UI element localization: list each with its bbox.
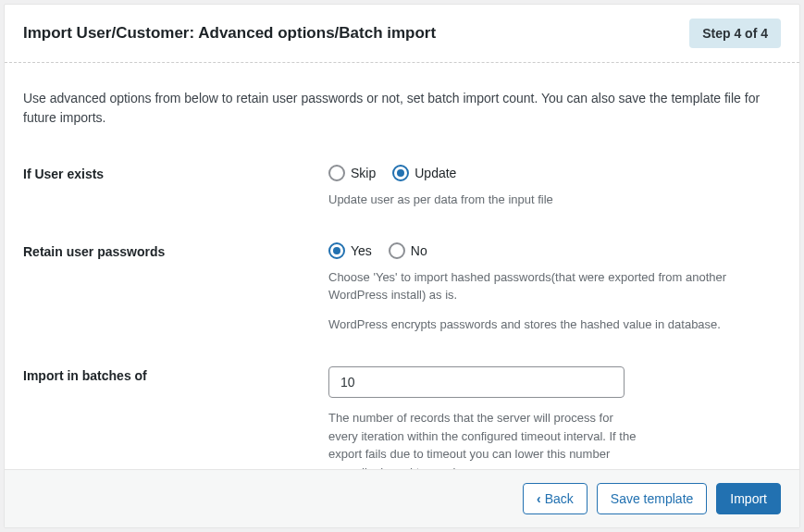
radio-skip-label: Skip [351,166,376,180]
back-button-label: Back [545,491,574,506]
radio-icon [389,242,405,259]
page-title: Import User/Customer: Advanced options/B… [23,24,436,43]
radio-update-label: Update [414,166,456,180]
import-button[interactable]: Import [716,483,781,514]
radio-yes[interactable]: Yes [328,242,372,259]
wizard-content: Use advanced options from below to retai… [5,63,799,469]
import-wizard-card: Import User/Customer: Advanced options/B… [4,4,800,528]
radio-icon [328,165,345,181]
retain-passwords-label: Retain user passwords [23,242,328,259]
if-user-exists-radios: Skip Update [328,165,781,181]
field-batch: Import in batches of The number of recor… [23,366,781,469]
import-button-label: Import [730,491,767,506]
save-template-label: Save template [611,491,694,506]
step-badge: Step 4 of 4 [689,19,781,48]
batch-input[interactable] [328,366,625,398]
radio-yes-label: Yes [351,243,372,258]
save-template-button[interactable]: Save template [597,483,708,514]
radio-update[interactable]: Update [392,165,456,181]
retain-passwords-help2: WordPress encrypts passwords and stores … [328,315,781,334]
radio-skip[interactable]: Skip [328,165,376,181]
batch-help: The number of records that the server wi… [328,409,643,469]
radio-no-label: No [411,243,427,258]
retain-passwords-help1: Choose 'Yes' to import hashed passwords(… [328,268,781,304]
back-button[interactable]: ‹ Back [523,483,588,514]
radio-icon [328,242,345,259]
chevron-left-icon: ‹ [537,491,541,506]
intro-text: Use advanced options from below to retai… [23,89,781,128]
radio-no[interactable]: No [389,242,427,259]
wizard-header: Import User/Customer: Advanced options/B… [5,5,799,63]
if-user-exists-help: Update user as per data from the input f… [328,191,781,209]
batch-label: Import in batches of [23,366,328,383]
radio-icon [392,165,409,181]
wizard-footer: ‹ Back Save template Import [5,469,799,527]
if-user-exists-label: If User exists [23,165,328,181]
field-retain-passwords: Retain user passwords Yes No Choose 'Yes… [23,242,781,334]
retain-passwords-radios: Yes No [328,242,781,259]
field-if-user-exists: If User exists Skip Update Update user a… [23,165,781,209]
